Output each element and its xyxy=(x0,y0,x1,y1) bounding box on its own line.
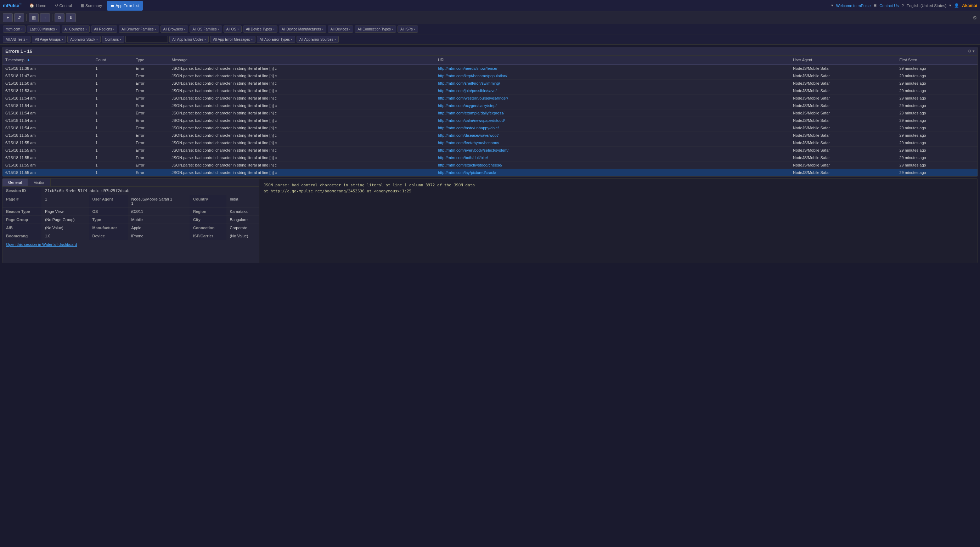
share-button[interactable]: ↑ xyxy=(40,13,50,22)
language-label[interactable]: English (United States) xyxy=(907,3,947,8)
help-icon[interactable]: ? xyxy=(902,3,904,8)
view-button[interactable]: ▦ xyxy=(29,13,39,22)
cell-message: JSON.parse: bad control character in str… xyxy=(169,95,435,102)
region-value: Karnataka xyxy=(226,208,259,216)
table-row[interactable]: 6/15/18 11:54 am1ErrorJSON.parse: bad co… xyxy=(3,124,977,132)
cell-url: http://mtm.com/taste/unhappy/able/ xyxy=(435,124,790,132)
filter-btn-all-devices[interactable]: All Devices▾ xyxy=(328,25,353,33)
cell-url: http://mtm.com/everybody/select/system/ xyxy=(435,147,790,154)
cell-message: JSON.parse: bad control character in str… xyxy=(169,139,435,147)
table-row[interactable]: 6/15/18 11:47 am1ErrorJSON.parse: bad co… xyxy=(3,72,977,80)
table-row[interactable]: 6/15/18 11:53 am1ErrorJSON.parse: bad co… xyxy=(3,87,977,95)
cell-first_seen: 29 minutes ago xyxy=(896,139,977,147)
col-count[interactable]: Count xyxy=(93,56,133,65)
cell-message: JSON.parse: bad control character in str… xyxy=(169,132,435,139)
filter-btn-all-browser-families[interactable]: All Browser Families▾ xyxy=(119,25,159,33)
tab-visitor[interactable]: Visitor xyxy=(28,178,50,186)
filter-btn-all-page-groups[interactable]: All Page Groups▾ xyxy=(32,36,66,43)
table-row[interactable]: 6/15/18 11:38 am1ErrorJSON.parse: bad co… xyxy=(3,65,977,72)
table-row[interactable]: 6/15/18 11:55 am1ErrorJSON.parse: bad co… xyxy=(3,132,977,139)
filter-search-input[interactable] xyxy=(126,36,168,43)
dropdown-arrow-icon[interactable]: ▾ xyxy=(831,3,833,8)
export-button[interactable]: ⬇ xyxy=(66,13,76,22)
col-timestamp[interactable]: Timestamp ▲ xyxy=(3,56,93,65)
table-row[interactable]: 6/15/18 11:55 am1ErrorJSON.parse: bad co… xyxy=(3,169,977,177)
filter-btn-all-os-families[interactable]: All OS Families▾ xyxy=(189,25,222,33)
cell-user_agent: NodeJS/Mobile Safar xyxy=(790,72,896,80)
settings-icon[interactable]: ⚙ xyxy=(972,15,977,21)
cell-count: 1 xyxy=(93,124,133,132)
error-message-line1: JSON.parse: bad control character in str… xyxy=(264,183,973,188)
tab-general[interactable]: General xyxy=(3,178,28,186)
filter-btn-all-connection-types[interactable]: All Connection Types▾ xyxy=(355,25,396,33)
filter-btn-all-device-types[interactable]: All Device Types▾ xyxy=(243,25,277,33)
nav-app-error-list[interactable]: ☰ App Error List xyxy=(107,1,143,11)
nav-right-section: ▾ Welcome to mPulse ⊞ Contact Us ? Engli… xyxy=(831,3,977,8)
filter-btn-all-regions[interactable]: All Regions▾ xyxy=(91,25,117,33)
filter-btn-mtm.com[interactable]: mtm.com▾ xyxy=(3,25,25,33)
cell-first_seen: 29 minutes ago xyxy=(896,169,977,177)
table-row[interactable]: 6/15/18 11:55 am1ErrorJSON.parse: bad co… xyxy=(3,139,977,147)
cell-type: Error xyxy=(133,147,169,154)
cell-count: 1 xyxy=(93,95,133,102)
nav-home[interactable]: 🏠 Home xyxy=(26,1,49,11)
waterfall-session-link[interactable]: Open this session in Waterfall dashboard xyxy=(3,240,259,249)
filter-btn-all-a/b-tests[interactable]: All A/B Tests▾ xyxy=(3,36,30,43)
nav-summary[interactable]: ▦ Summary xyxy=(77,1,106,11)
detail-panel: General Visitor Session ID 21cb5c6b-9a4e… xyxy=(2,178,978,263)
cell-message: JSON.parse: bad control character in str… xyxy=(169,65,435,72)
filter-btn-last-60-minutes[interactable]: Last 60 Minutes▾ xyxy=(27,25,60,33)
cell-timestamp: 6/15/18 11:38 am xyxy=(3,65,93,72)
cell-timestamp: 6/15/18 11:55 am xyxy=(3,139,93,147)
filter-btn-all-app-error-codes[interactable]: All App Error Codes▾ xyxy=(169,36,209,43)
col-type[interactable]: Type xyxy=(133,56,169,65)
col-first-seen[interactable]: First Seen xyxy=(896,56,977,65)
filter-btn-app-error-stack[interactable]: App Error Stack▾ xyxy=(67,36,100,43)
col-user-agent[interactable]: User Agent xyxy=(790,56,896,65)
cell-type: Error xyxy=(133,162,169,169)
user-icon[interactable]: 👤 xyxy=(954,3,959,8)
cell-type: Error xyxy=(133,132,169,139)
summary-icon: ▦ xyxy=(80,3,84,8)
cell-type: Error xyxy=(133,110,169,117)
isp-label: ISP/Carrier xyxy=(189,232,226,240)
table-settings-icon[interactable]: ⚙ ▾ xyxy=(968,49,975,54)
table-row[interactable]: 6/15/18 11:50 am1ErrorJSON.parse: bad co… xyxy=(3,80,977,87)
table-row[interactable]: 6/15/18 11:55 am1ErrorJSON.parse: bad co… xyxy=(3,147,977,154)
cell-type: Error xyxy=(133,102,169,110)
table-row[interactable]: 6/15/18 11:54 am1ErrorJSON.parse: bad co… xyxy=(3,102,977,110)
cell-count: 1 xyxy=(93,87,133,95)
add-button[interactable]: + xyxy=(3,13,13,22)
copy-button[interactable]: ⧉ xyxy=(54,13,64,22)
col-url[interactable]: URL xyxy=(435,56,790,65)
filter-btn-all-countries[interactable]: All Countries▾ xyxy=(62,25,90,33)
filter-btn-all-app-error-sources[interactable]: All App Error Sources▾ xyxy=(297,36,339,43)
cell-type: Error xyxy=(133,87,169,95)
filter-btn-all-app-error-types[interactable]: All App Error Types▾ xyxy=(257,36,295,43)
col-message[interactable]: Message xyxy=(169,56,435,65)
table-row[interactable]: 6/15/18 11:55 am1ErrorJSON.parse: bad co… xyxy=(3,162,977,169)
filter-btn-all-app-error-messages[interactable]: All App Error Messages▾ xyxy=(210,36,255,43)
filter-btn-all-os[interactable]: All OS▾ xyxy=(224,25,242,33)
cell-count: 1 xyxy=(93,72,133,80)
contact-label[interactable]: Contact Us xyxy=(880,3,899,8)
refresh-button[interactable]: ↺ xyxy=(14,13,24,22)
filter-btn-all-device-manufacturers[interactable]: All Device Manufacturers▾ xyxy=(279,25,326,33)
os-value: iOS/11 xyxy=(128,208,189,216)
filter-btn-contains[interactable]: Contains▾ xyxy=(102,36,124,43)
cell-type: Error xyxy=(133,117,169,124)
table-row[interactable]: 6/15/18 11:55 am1ErrorJSON.parse: bad co… xyxy=(3,154,977,162)
cell-count: 1 xyxy=(93,117,133,124)
table-row[interactable]: 6/15/18 11:54 am1ErrorJSON.parse: bad co… xyxy=(3,110,977,117)
detail-tabs: General Visitor xyxy=(3,178,259,187)
cell-timestamp: 6/15/18 11:55 am xyxy=(3,169,93,177)
table-row[interactable]: 6/15/18 11:54 am1ErrorJSON.parse: bad co… xyxy=(3,95,977,102)
ab-value: (No Value) xyxy=(41,224,89,232)
toolbar-separator-1 xyxy=(26,14,27,21)
nav-central[interactable]: ↺ Central xyxy=(51,1,75,11)
cell-count: 1 xyxy=(93,102,133,110)
cell-type: Error xyxy=(133,124,169,132)
filter-btn-all-browsers[interactable]: All Browsers▾ xyxy=(161,25,188,33)
filter-btn-all-isps[interactable]: All ISPs▾ xyxy=(398,25,418,33)
table-row[interactable]: 6/15/18 11:54 am1ErrorJSON.parse: bad co… xyxy=(3,117,977,124)
